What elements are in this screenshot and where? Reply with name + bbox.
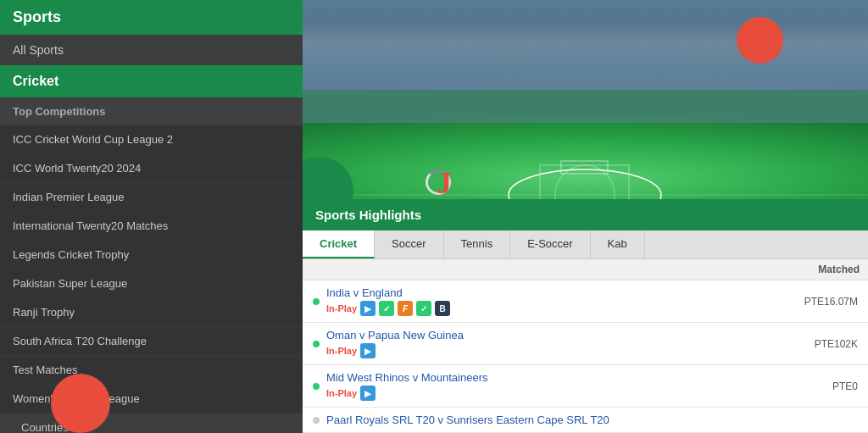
match-teams[interactable]: Mid West Rhinos v Mountaineers [326, 371, 832, 384]
decorative-red-circle-top [737, 17, 783, 64]
orange-f-icon[interactable]: F [398, 301, 413, 316]
sidebar-item-psl[interactable]: Pakistan Super League [0, 269, 303, 298]
hero-banner: J [303, 0, 868, 199]
match-teams[interactable]: Oman v Papua New Guinea [326, 329, 815, 341]
highlights-header: Sports Highlights [303, 199, 868, 230]
match-info: Paarl Royals SRL T20 v Sunrisers Eastern… [326, 414, 858, 426]
sidebar-item-test[interactable]: Test Matches [0, 356, 303, 385]
sidebar-item-icc-wc-league2[interactable]: ICC Cricket World Cup League 2 [0, 125, 303, 154]
live-dot [313, 383, 320, 390]
cursor-j: J [437, 165, 452, 199]
match-teams[interactable]: India v England [326, 286, 804, 299]
tab-soccer[interactable]: Soccer [375, 230, 443, 258]
sidebar-sports-header[interactable]: Sports [0, 0, 303, 35]
sidebar-item-sa-t20[interactable]: South Africa T20 Challenge [0, 327, 303, 356]
sidebar-item-legends[interactable]: Legends Cricket Trophy [0, 241, 303, 269]
dot [313, 417, 320, 424]
match-row: Paarl Royals SRL T20 v Sunrisers Eastern… [303, 408, 868, 433]
tab-tennis[interactable]: Tennis [444, 230, 511, 258]
sidebar-item-wpl[interactable]: Women's Premier League [0, 385, 303, 414]
sidebar-item-icc-wt20[interactable]: ICC World Twenty20 2024 [0, 154, 303, 183]
dark-icon[interactable]: B [435, 301, 450, 316]
all-sports-label: All Sports [13, 43, 64, 57]
sidebar-item-ipl[interactable]: Indian Premier League [0, 183, 303, 212]
svg-rect-0 [303, 0, 868, 123]
match-status: In-Play [326, 388, 357, 398]
tab-cricket[interactable]: Cricket [303, 230, 375, 258]
play-icon[interactable]: ▶ [360, 386, 376, 401]
sidebar-cricket-header[interactable]: Cricket [0, 65, 303, 97]
live-dot [313, 298, 320, 305]
match-row: Mid West Rhinos v Mountaineers In-Play ▶… [303, 365, 868, 408]
decorative-red-circle-bottom [51, 374, 110, 433]
tabs-bar: Cricket Soccer Tennis E-Soccer Kab [303, 230, 868, 259]
highlights-title: Sports Highlights [315, 208, 421, 222]
stadium-background: J [303, 0, 868, 199]
match-row: India v England In-Play ▶ ✓ F ✓ B PTE16.… [303, 280, 868, 323]
match-info: India v England In-Play ▶ ✓ F ✓ B [326, 286, 804, 316]
stadium-svg [303, 0, 868, 199]
play-icon[interactable]: ▶ [360, 301, 376, 316]
main-content: J Sports Highlights Cricket Soccer Tenni… [303, 0, 868, 433]
matches-header: Matched [303, 259, 868, 280]
live-dot [313, 341, 320, 347]
match-status: In-Play [326, 346, 357, 356]
green-icon[interactable]: ✓ [379, 301, 394, 316]
sidebar-item-ranji[interactable]: Ranji Trophy [0, 298, 303, 327]
match-info: Mid West Rhinos v Mountaineers In-Play ▶ [326, 371, 832, 401]
match-status: In-Play [326, 303, 357, 314]
match-score: PTE102K [815, 338, 858, 350]
sidebar-item-intl-t20[interactable]: International Twenty20 Matches [0, 212, 303, 241]
match-teams[interactable]: Paarl Royals SRL T20 v Sunrisers Eastern… [326, 414, 858, 426]
match-info: Oman v Papua New Guinea In-Play ▶ [326, 329, 815, 358]
top-competitions-label: Top Competitions [0, 97, 303, 125]
match-status-row: In-Play ▶ [326, 343, 815, 358]
sidebar-all-sports-item[interactable]: All Sports [0, 35, 303, 65]
match-score: PTE16.07M [804, 296, 858, 308]
sports-label: Sports [13, 8, 61, 25]
highlights-section: Sports Highlights Cricket Soccer Tennis … [303, 199, 868, 433]
match-score: PTE0 [832, 380, 858, 392]
green2-icon[interactable]: ✓ [416, 301, 431, 316]
tab-kab[interactable]: Kab [591, 230, 645, 258]
sidebar-countries[interactable]: Countries [0, 414, 303, 433]
match-status-row: In-Play ▶ ✓ F ✓ B [326, 301, 804, 316]
sidebar: Sports All Sports Cricket Top Competitio… [0, 0, 303, 433]
cricket-label: Cricket [13, 74, 58, 88]
match-row: Oman v Papua New Guinea In-Play ▶ PTE102… [303, 323, 868, 365]
matched-column-header: Matched [810, 259, 868, 280]
play-icon[interactable]: ▶ [360, 343, 376, 358]
tab-esoccer[interactable]: E-Soccer [510, 230, 590, 258]
match-status-row: In-Play ▶ [326, 386, 832, 401]
